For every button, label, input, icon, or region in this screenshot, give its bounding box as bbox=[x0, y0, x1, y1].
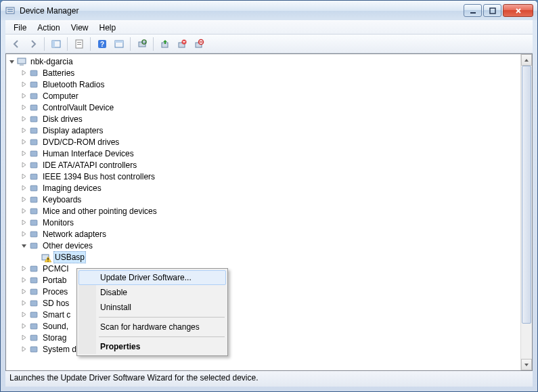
svg-rect-41 bbox=[47, 261, 48, 261]
scroll-down-button[interactable] bbox=[521, 359, 532, 370]
device-tree[interactable]: nbk-dgarciaBatteriesBluetooth RadiosComp… bbox=[6, 54, 532, 370]
context-menu[interactable]: Update Driver Software... Disable Uninst… bbox=[76, 268, 228, 356]
scan-hardware-button[interactable] bbox=[134, 37, 150, 51]
expand-toggle[interactable] bbox=[20, 345, 28, 353]
menu-action[interactable]: Action bbox=[32, 22, 65, 34]
svg-rect-22 bbox=[20, 64, 24, 66]
tree-node[interactable]: Mice and other pointing devices bbox=[7, 205, 532, 217]
expand-toggle[interactable] bbox=[20, 207, 28, 215]
menubar[interactable]: File Action View Help bbox=[5, 20, 533, 35]
device-icon bbox=[28, 263, 39, 274]
expand-toggle[interactable] bbox=[20, 288, 28, 296]
expand-toggle[interactable] bbox=[20, 92, 28, 100]
tree-node-label: Bluetooth Radios bbox=[41, 79, 106, 90]
tree-node-label: SD hos bbox=[41, 298, 70, 309]
uninstall-button[interactable] bbox=[174, 37, 189, 51]
update-driver-button[interactable] bbox=[157, 37, 173, 51]
device-icon bbox=[28, 321, 39, 332]
expand-toggle[interactable] bbox=[32, 253, 40, 261]
expand-toggle[interactable] bbox=[20, 265, 28, 273]
scroll-up-button[interactable] bbox=[521, 54, 532, 66]
expand-toggle[interactable] bbox=[20, 230, 28, 238]
expand-toggle[interactable] bbox=[20, 184, 28, 192]
show-hide-console-button[interactable] bbox=[48, 37, 64, 51]
tree-node-label: Batteries bbox=[41, 68, 76, 79]
expand-toggle[interactable] bbox=[20, 196, 28, 204]
menu-help[interactable]: Help bbox=[94, 22, 122, 34]
tree-node[interactable]: Network adapters bbox=[7, 228, 532, 240]
expand-toggle[interactable] bbox=[20, 311, 28, 319]
expand-toggle[interactable] bbox=[20, 104, 28, 112]
svg-rect-30 bbox=[30, 151, 37, 156]
expand-toggle[interactable] bbox=[20, 127, 28, 135]
device-icon bbox=[28, 240, 39, 251]
tree-node[interactable]: Monitors bbox=[7, 217, 532, 228]
tree-node-label: IEEE 1394 Bus host controllers bbox=[41, 171, 156, 182]
device-icon bbox=[28, 217, 39, 228]
forward-button[interactable] bbox=[25, 37, 41, 51]
expand-toggle[interactable] bbox=[20, 69, 28, 77]
tree-usbasp[interactable]: USBasp bbox=[7, 251, 532, 263]
expand-toggle[interactable] bbox=[20, 138, 28, 146]
expand-toggle[interactable] bbox=[20, 150, 28, 158]
ctx-uninstall[interactable]: Uninstall bbox=[79, 300, 226, 315]
disable-button[interactable] bbox=[191, 37, 206, 51]
svg-rect-47 bbox=[30, 324, 37, 329]
expand-toggle[interactable] bbox=[20, 276, 28, 284]
svg-rect-6 bbox=[52, 41, 55, 47]
tree-node-label: Display adapters bbox=[41, 125, 104, 136]
ctx-properties[interactable]: Properties bbox=[79, 339, 226, 354]
tree-other-devices[interactable]: Other devices bbox=[7, 240, 532, 251]
ctx-update-driver[interactable]: Update Driver Software... bbox=[79, 270, 226, 285]
properties-button[interactable] bbox=[71, 37, 87, 51]
expand-toggle[interactable] bbox=[20, 242, 28, 250]
expand-toggle[interactable] bbox=[20, 299, 28, 307]
tree-root[interactable]: nbk-dgarcia bbox=[7, 56, 532, 67]
tree-node[interactable]: DVD/CD-ROM drives bbox=[7, 136, 532, 148]
tree-node[interactable]: Bluetooth Radios bbox=[7, 79, 532, 90]
tree-node[interactable]: Disk drives bbox=[7, 113, 532, 125]
svg-rect-0 bbox=[6, 7, 14, 14]
tree-node-label: Mice and other pointing devices bbox=[41, 206, 158, 217]
tree-node-label: Network adapters bbox=[41, 229, 108, 240]
minimize-button[interactable] bbox=[464, 4, 482, 17]
device-icon bbox=[28, 332, 39, 343]
vertical-scrollbar[interactable] bbox=[520, 54, 532, 370]
titlebar[interactable]: Device Manager bbox=[1, 1, 537, 20]
expand-toggle[interactable] bbox=[20, 219, 28, 227]
ctx-disable[interactable]: Disable bbox=[79, 285, 226, 300]
back-button[interactable] bbox=[8, 37, 24, 51]
expand-toggle[interactable] bbox=[20, 81, 28, 89]
tree-node-label: ControlVault Device bbox=[41, 102, 115, 113]
help-button[interactable]: ? bbox=[94, 37, 110, 51]
device-icon bbox=[28, 275, 39, 286]
tree-node[interactable]: ControlVault Device bbox=[7, 102, 532, 113]
svg-rect-36 bbox=[30, 220, 37, 225]
device-icon bbox=[28, 171, 39, 182]
expand-toggle[interactable] bbox=[20, 334, 28, 342]
tree-node[interactable]: Human Interface Devices bbox=[7, 148, 532, 159]
action-button[interactable] bbox=[111, 37, 127, 51]
tree-node[interactable]: IDE ATA/ATAPI controllers bbox=[7, 159, 532, 171]
device-icon bbox=[28, 194, 39, 205]
svg-rect-35 bbox=[30, 209, 37, 214]
expand-toggle[interactable] bbox=[7, 58, 16, 66]
tree-node[interactable]: Batteries bbox=[7, 67, 532, 79]
maximize-button[interactable] bbox=[483, 4, 501, 17]
expand-toggle[interactable] bbox=[20, 161, 28, 169]
tree-node[interactable]: Computer bbox=[7, 90, 532, 102]
close-button[interactable] bbox=[503, 4, 533, 17]
expand-toggle[interactable] bbox=[20, 322, 28, 330]
tree-node-label: DVD/CD-ROM drives bbox=[41, 137, 120, 148]
expand-toggle[interactable] bbox=[20, 173, 28, 181]
device-icon bbox=[16, 56, 27, 67]
tree-node[interactable]: IEEE 1394 Bus host controllers bbox=[7, 171, 532, 182]
ctx-scan[interactable]: Scan for hardware changes bbox=[79, 320, 226, 334]
menu-view[interactable]: View bbox=[66, 22, 94, 34]
tree-node[interactable]: Imaging devices bbox=[7, 182, 532, 194]
status-bar: Launches the Update Driver Software Wiza… bbox=[5, 371, 533, 387]
tree-node[interactable]: Keyboards bbox=[7, 194, 532, 205]
menu-file[interactable]: File bbox=[8, 22, 32, 34]
tree-node[interactable]: Display adapters bbox=[7, 125, 532, 136]
expand-toggle[interactable] bbox=[20, 115, 28, 123]
